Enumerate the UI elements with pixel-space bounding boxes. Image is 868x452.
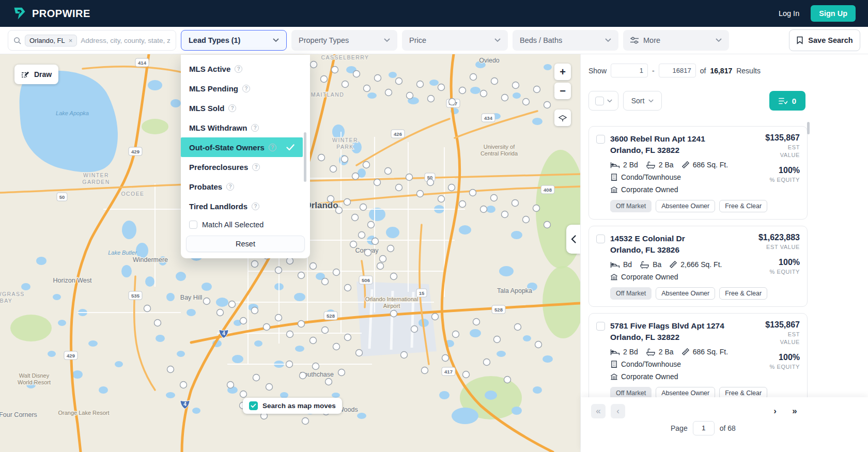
signup-button[interactable]: Sign Up [811,5,856,22]
property-marker[interactable] [342,156,348,163]
property-marker[interactable] [352,173,359,180]
card-select-checkbox[interactable] [596,235,605,243]
property-types-dropdown[interactable]: Property Types [291,30,397,51]
help-icon[interactable]: ? [228,104,236,112]
search-input[interactable] [81,37,171,44]
property-marker[interactable] [180,382,187,388]
property-marker[interactable] [352,214,359,221]
property-marker[interactable] [396,184,402,191]
property-marker[interactable] [298,272,305,279]
property-marker[interactable] [252,261,258,268]
location-search[interactable]: Orlando, FL × [8,30,176,51]
lead-types-dropdown[interactable]: Lead Types (1) [181,30,287,51]
property-marker[interactable] [453,331,459,338]
range-from-input[interactable] [611,64,648,77]
property-marker[interactable] [534,86,540,93]
property-marker[interactable] [287,331,293,338]
page-input[interactable] [693,421,715,435]
property-marker[interactable] [338,369,345,376]
property-marker[interactable] [318,154,325,161]
prev-page-button[interactable]: ‹ [611,404,625,418]
property-marker[interactable] [512,200,519,207]
results-scrollbar[interactable] [807,122,810,134]
property-marker[interactable] [252,307,258,314]
select-all-checkbox[interactable] [595,97,604,105]
property-marker[interactable] [502,95,508,101]
menu-scrollbar[interactable] [304,132,306,182]
property-marker[interactable] [322,278,329,285]
property-marker[interactable] [344,199,351,206]
property-marker[interactable] [442,355,449,362]
property-marker[interactable] [459,87,466,94]
lead-type-option[interactable]: MLS Withdrawn? [181,118,303,137]
property-marker[interactable] [328,196,334,202]
location-chip[interactable]: Orlando, FL × [25,35,77,46]
beds-baths-dropdown[interactable]: Beds / Baths [513,30,618,51]
property-marker[interactable] [359,232,365,239]
property-marker[interactable] [310,263,317,270]
property-marker[interactable] [417,81,424,88]
sort-dropdown[interactable]: Sort [623,91,662,111]
property-marker[interactable] [481,206,487,213]
lead-type-option[interactable]: MLS Pending? [181,79,303,98]
property-marker[interactable] [401,352,408,359]
property-marker[interactable] [229,301,236,308]
property-marker[interactable] [204,298,210,305]
property-marker[interactable] [533,205,540,212]
property-marker[interactable] [428,96,435,102]
help-icon[interactable]: ? [251,124,259,132]
property-marker[interactable] [227,382,234,388]
property-marker[interactable] [275,315,282,321]
property-marker[interactable] [449,99,456,105]
select-all-dropdown[interactable] [588,91,618,111]
first-page-button[interactable]: « [591,404,606,418]
property-marker[interactable] [491,195,498,201]
property-marker[interactable] [298,321,305,328]
property-marker[interactable] [391,273,397,280]
property-marker[interactable] [286,361,293,368]
property-marker[interactable] [322,327,329,334]
property-marker[interactable] [396,78,402,85]
help-icon[interactable]: ? [226,183,234,191]
lead-type-option[interactable]: Tired Landlords? [181,196,303,216]
property-marker[interactable] [523,216,530,223]
property-marker[interactable] [544,102,551,108]
help-icon[interactable]: ? [242,85,250,92]
property-marker[interactable] [333,269,340,276]
property-card[interactable]: 5781 Five Flags Blvd Apt 1274Orlando, FL… [588,313,808,407]
property-marker[interactable] [438,196,445,202]
property-marker[interactable] [167,366,174,373]
property-marker[interactable] [302,418,309,425]
search-as-map-moves-toggle[interactable]: Search as map moves [243,398,342,414]
lead-type-option[interactable]: Probates? [181,177,303,196]
next-page-button[interactable]: › [768,404,782,418]
property-marker[interactable] [427,179,434,186]
property-marker[interactable] [345,285,351,291]
property-marker[interactable] [377,263,384,270]
property-marker[interactable] [473,319,480,325]
collapse-panel-tab[interactable] [566,225,580,254]
brand[interactable]: PROPWIRE [12,6,90,21]
property-marker[interactable] [330,166,337,173]
reset-button[interactable]: Reset [186,236,305,252]
property-card[interactable]: 3600 Rebel Run Apt 1241Orlando, FL 32822… [588,126,808,220]
property-marker[interactable] [513,82,519,89]
property-marker[interactable] [363,162,370,168]
property-marker[interactable] [470,190,476,196]
property-marker[interactable] [336,207,343,214]
property-marker[interactable] [326,379,332,385]
property-marker[interactable] [385,89,392,96]
property-marker[interactable] [217,309,224,316]
property-marker[interactable] [321,76,328,83]
property-marker[interactable] [411,326,418,333]
match-all-checkbox[interactable] [189,221,197,229]
draw-button[interactable]: Draw [14,65,58,84]
property-marker[interactable] [264,324,270,331]
property-marker[interactable] [240,318,247,324]
card-address[interactable]: 14532 E Colonial Dr [610,233,754,244]
property-marker[interactable] [287,258,293,264]
property-marker[interactable] [391,310,397,317]
property-marker[interactable] [385,168,392,175]
property-marker[interactable] [523,99,530,105]
property-marker[interactable] [463,371,470,378]
